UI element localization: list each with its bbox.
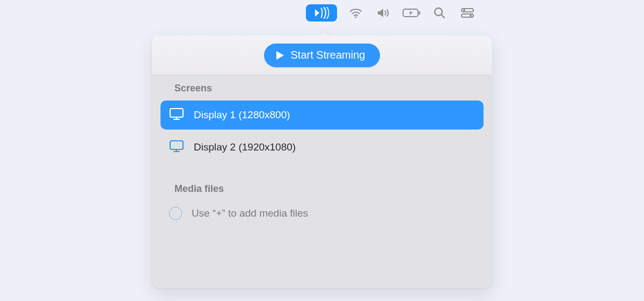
popover-header: Start Streaming	[152, 35, 492, 75]
start-streaming-button[interactable]: Start Streaming	[264, 44, 380, 67]
play-icon	[276, 51, 284, 60]
media-empty-hint: Use “+” to add media files	[192, 207, 308, 219]
svg-rect-12	[170, 141, 183, 149]
start-streaming-label: Start Streaming	[291, 49, 365, 61]
display-icon	[169, 140, 184, 155]
screen-item[interactable]: Display 1 (1280x800)	[160, 101, 484, 130]
wifi-icon[interactable]	[347, 5, 365, 21]
menubar	[306, 4, 477, 22]
control-center-icon[interactable]	[458, 5, 477, 21]
media-section: Media files Use “+” to add media files	[152, 165, 492, 226]
sound-icon[interactable]	[375, 5, 393, 21]
svg-rect-9	[170, 109, 183, 117]
svg-point-6	[463, 9, 465, 11]
search-icon[interactable]	[430, 5, 449, 21]
add-placeholder-icon	[169, 207, 182, 220]
streaming-icon[interactable]	[306, 4, 337, 22]
screen-item-label: Display 1 (1280x800)	[194, 109, 290, 121]
display-icon	[169, 108, 184, 123]
svg-point-8	[470, 15, 472, 17]
media-empty-row: Use “+” to add media files	[165, 201, 479, 226]
screens-title: Screens	[165, 83, 479, 94]
popover-arrow	[318, 28, 331, 36]
svg-rect-2	[419, 11, 421, 15]
popover-panel: Start Streaming Screens Display 1 (1280x…	[152, 35, 492, 288]
screen-item-label: Display 2 (1920x1080)	[194, 141, 296, 153]
streaming-popover: Start Streaming Screens Display 1 (1280x…	[152, 24, 492, 288]
screen-item[interactable]: Display 2 (1920x1080)	[160, 133, 484, 162]
svg-line-4	[442, 15, 445, 18]
svg-point-0	[355, 16, 356, 18]
media-title: Media files	[165, 183, 479, 195]
battery-icon[interactable]	[402, 5, 421, 21]
screens-section: Screens Display 1 (1280x800)	[152, 75, 492, 162]
